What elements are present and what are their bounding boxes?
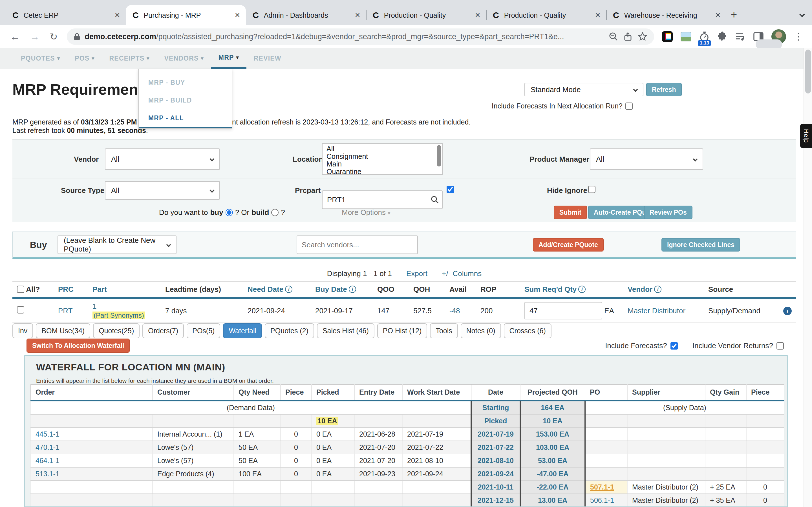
include-forecasts-checkbox[interactable] [670,342,678,349]
vendor-select[interactable]: All [105,149,220,170]
location-listbox[interactable]: AllConsignmentMainQuarantine [322,144,443,175]
tab-tools[interactable]: Tools [430,323,458,338]
part-synonyms-link[interactable]: (Part Synonyms) [93,312,145,319]
browser-tab[interactable]: CProduction - Quality✕ [486,5,606,25]
col-prc[interactable]: PRC [54,281,88,298]
order-link[interactable]: 464.1-1 [36,457,59,464]
menu-item-mrp-build[interactable]: MRP - BUILD [139,92,232,109]
col-need-date[interactable]: Need Datei [243,281,311,298]
menu-item-mrp-buy[interactable]: MRP - BUY [139,74,232,92]
browser-tab[interactable]: CAdmin - Dashboards✕ [246,5,366,25]
nav-item-receipts[interactable]: RECEIPTS▾ [102,48,157,69]
include-forecasts-next-checkbox[interactable] [625,103,633,110]
tab-sales-hist-46[interactable]: Sales Hist (46) [317,323,374,338]
url-bar[interactable]: demo.cetecerp.com /pquote/assisted_purch… [67,29,654,45]
bookmark-star-icon[interactable] [638,32,647,41]
switch-allocation-waterfall-button[interactable]: Switch To Allocation Waterfall [27,339,130,353]
mode-select[interactable]: Standard Mode [524,83,644,96]
location-option[interactable]: Consignment [326,153,433,160]
buy-radio[interactable] [225,209,233,216]
vendor-link[interactable]: Master Distributor [627,306,686,315]
add-create-pquote-button[interactable]: Add/Create PQuote [533,238,604,251]
nav-item-pos[interactable]: POS▾ [67,48,102,69]
tab-pquotes-2[interactable]: PQuotes (2) [265,323,314,338]
page-scrollbar[interactable] [804,48,812,507]
ignore-checked-lines-button[interactable]: Ignore Checked Lines [661,238,740,251]
tab-close-icon[interactable]: ✕ [352,11,363,19]
hide-ignore-checkbox[interactable] [588,186,596,193]
include-vendor-returns-checkbox[interactable] [776,342,784,349]
order-link[interactable]: 445.1-1 [36,430,59,438]
row-info-icon[interactable]: i [783,307,792,315]
select-all-checkbox[interactable] [17,286,24,293]
more-options-link[interactable]: More Options ▾ [342,208,390,217]
review-pos-button[interactable]: Review POs [644,206,693,219]
share-icon[interactable] [624,32,632,41]
forward-button[interactable]: → [26,31,44,42]
col-vendor[interactable]: Vendori [623,281,704,298]
browser-tab[interactable]: CCetec ERP✕ [6,5,126,25]
po-link[interactable]: 506.1-1 [590,496,614,504]
build-radio[interactable] [271,209,278,216]
tab-orders-7[interactable]: Orders(7) [142,323,184,338]
location-option[interactable]: Main [326,160,433,168]
browser-tab[interactable]: CWarehouse - Receiving✕ [606,5,726,25]
zoom-out-icon[interactable] [609,32,618,41]
docs-extension-icon[interactable] [662,31,673,42]
tab-inv[interactable]: Inv [12,323,33,338]
prcpart-exact-checkbox[interactable] [447,186,454,193]
vendor-search-input[interactable] [297,235,418,254]
tab-close-icon[interactable]: ✕ [593,11,603,19]
nav-item-pquotes[interactable]: PQUOTES▾ [13,48,67,69]
timer-extension-icon[interactable]: 1.13 [699,31,709,42]
product-manager-select[interactable]: All [590,149,703,170]
tab-crosses-6[interactable]: Crosses (6) [504,323,552,338]
tab-close-icon[interactable]: ✕ [713,11,723,19]
submit-button[interactable]: Submit [554,206,587,219]
tab-close-icon[interactable]: ✕ [112,11,122,19]
po-link[interactable]: 507.1-1 [590,483,614,491]
browser-tab[interactable]: CPurchasing - MRP✕ [126,5,246,25]
listbox-scrollbar[interactable] [437,145,441,166]
export-link[interactable]: Export [406,269,427,278]
tab-waterfall[interactable]: Waterfall [223,323,262,338]
browser-menu-icon[interactable]: ⋮ [791,31,806,42]
tab-pos-5[interactable]: POs(5) [187,323,220,338]
nav-item-vendors[interactable]: VENDORS▾ [157,48,211,69]
sum-req-qty-input[interactable] [524,302,602,320]
scrollbar-thumb[interactable] [805,50,811,94]
tab-search-icon[interactable] [800,8,804,18]
prc-link[interactable]: PRT [58,306,73,315]
back-button[interactable]: ← [6,31,24,42]
col-buy-date[interactable]: Buy Datei [311,281,373,298]
location-option[interactable]: All [326,145,433,153]
nav-item-mrp[interactable]: MRP▾ [211,48,246,69]
reload-button[interactable]: ↻ [45,31,62,42]
tab-close-icon[interactable]: ✕ [232,11,243,19]
tab-close-icon[interactable]: ✕ [472,11,483,19]
screenshot-extension-icon[interactable] [680,32,691,41]
help-tab[interactable]: Help [800,124,812,148]
tab-notes-0[interactable]: Notes (0) [461,323,501,338]
part-link[interactable]: 1 [93,302,96,311]
new-tab-button[interactable]: + [731,9,737,21]
row-checkbox[interactable] [17,306,24,314]
col-part[interactable]: Part [88,281,161,298]
refresh-button[interactable]: Refresh [646,83,682,96]
page-scroll-pill[interactable] [756,40,782,49]
tab-bom-use-34[interactable]: BOM Use(34) [36,323,90,338]
browser-tab[interactable]: CProduction - Quality✕ [366,5,486,25]
tab-quotes-25[interactable]: Quotes(25) [93,323,140,338]
nav-item-review[interactable]: REVIEW [246,48,289,69]
tab-po-hist-12[interactable]: PO Hist (12) [377,323,427,338]
pquote-select[interactable]: (Leave Blank to Create New PQuote) [57,235,176,254]
source-type-select[interactable]: All [105,181,220,200]
columns-link[interactable]: +/- Columns [442,269,481,278]
menu-item-mrp-all[interactable]: MRP - ALL [139,109,232,128]
order-link[interactable]: 513.1-1 [36,470,59,478]
location-option[interactable]: Quarantine [326,168,433,175]
extensions-puzzle-icon[interactable] [717,32,727,42]
order-link[interactable]: 470.1-1 [36,443,59,451]
media-queue-icon[interactable] [735,32,746,41]
col-sum-req[interactable]: Sum Req'd Qtyi [520,281,623,298]
